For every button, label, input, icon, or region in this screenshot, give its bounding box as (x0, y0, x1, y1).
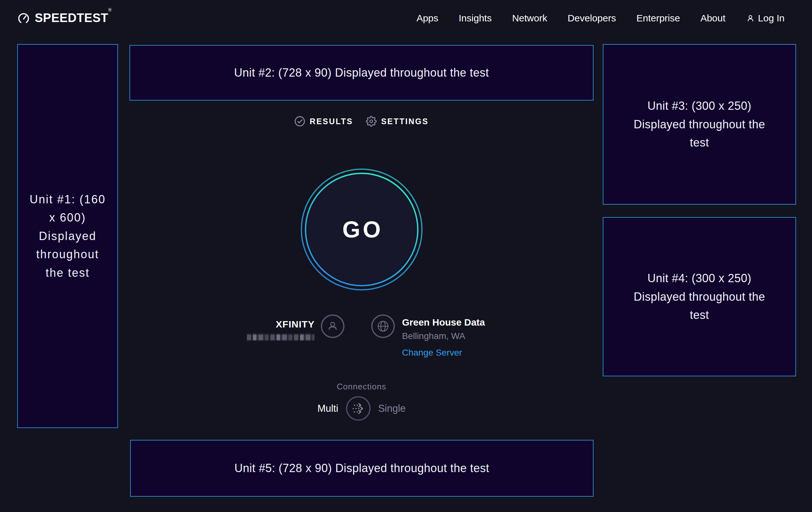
ad-unit-4: Unit #4: (300 x 250) Displayed throughou… (603, 217, 796, 376)
nav-item-insights[interactable]: Insights (459, 13, 491, 24)
server-location: Bellingham, WA (402, 331, 485, 341)
main-nav: Apps Insights Network Developers Enterpr… (416, 13, 785, 24)
client-badge (321, 315, 344, 338)
nav-item-network[interactable]: Network (512, 13, 547, 24)
gear-icon (366, 116, 377, 127)
ad-unit-1-label: Unit #1: (160 x 600) Displayed throughou… (18, 190, 117, 282)
nav-item-apps[interactable]: Apps (416, 13, 438, 24)
masked-ip-address (247, 333, 315, 341)
results-settings-tabs: RESULTS SETTINGS (129, 116, 593, 127)
change-server-link[interactable]: Change Server (402, 348, 485, 358)
connection-info-row: XFINITY Green House Data Bellingham, WA … (134, 315, 598, 358)
trademark-mark: ® (108, 7, 112, 12)
nav-item-enterprise[interactable]: Enterprise (636, 13, 680, 24)
ad-unit-2-label: Unit #2: (728 x 90) Displayed throughout… (234, 63, 489, 82)
brand-wordmark: SPEEDTEST® (35, 11, 112, 25)
ad-unit-1: Unit #1: (160 x 600) Displayed throughou… (17, 44, 118, 428)
ad-unit-5-label: Unit #5: (728 x 90) Displayed throughout… (234, 459, 489, 478)
ad-unit-3: Unit #3: (300 x 250) Displayed throughou… (603, 44, 796, 205)
tab-settings-label: SETTINGS (381, 117, 429, 126)
go-label: GO (299, 167, 424, 292)
connections-toggle-row: Multi Single (129, 396, 593, 421)
tab-results-label: RESULTS (310, 117, 353, 126)
gauge-icon (17, 12, 30, 25)
connections-toggle-button[interactable] (346, 396, 371, 421)
tab-results[interactable]: RESULTS (294, 116, 353, 127)
login-label: Log In (758, 13, 785, 24)
go-button-area: GO (129, 167, 593, 292)
ad-unit-4-label: Unit #4: (300 x 250) Displayed throughou… (603, 269, 795, 324)
connections-multi-option[interactable]: Multi (317, 403, 338, 414)
ad-unit-2: Unit #2: (728 x 90) Displayed throughout… (129, 45, 593, 101)
globe-icon (376, 320, 390, 333)
connections-section: Connections Multi Single (129, 382, 593, 421)
ad-unit-3-label: Unit #3: (300 x 250) Displayed throughou… (603, 97, 795, 152)
person-icon (746, 14, 755, 23)
nav-item-about[interactable]: About (700, 13, 725, 24)
client-info: XFINITY (247, 315, 315, 341)
person-icon (326, 320, 339, 332)
ad-unit-5: Unit #5: (728 x 90) Displayed throughout… (130, 440, 593, 497)
isp-name: XFINITY (247, 319, 315, 330)
check-circle-icon (294, 116, 305, 127)
server-badge (371, 315, 395, 338)
connections-single-option[interactable]: Single (378, 403, 406, 414)
connections-label: Connections (129, 382, 593, 392)
server-info: Green House Data Bellingham, WA Change S… (402, 315, 485, 358)
login-button[interactable]: Log In (746, 13, 785, 24)
speedtest-logo[interactable]: SPEEDTEST® (17, 11, 112, 25)
top-nav-bar: SPEEDTEST® Apps Insights Network Develop… (0, 0, 812, 36)
nav-item-developers[interactable]: Developers (568, 13, 616, 24)
server-name: Green House Data (402, 317, 485, 328)
go-button[interactable]: GO (299, 167, 424, 292)
tab-settings[interactable]: SETTINGS (366, 116, 429, 127)
multi-arrows-icon (351, 402, 365, 415)
